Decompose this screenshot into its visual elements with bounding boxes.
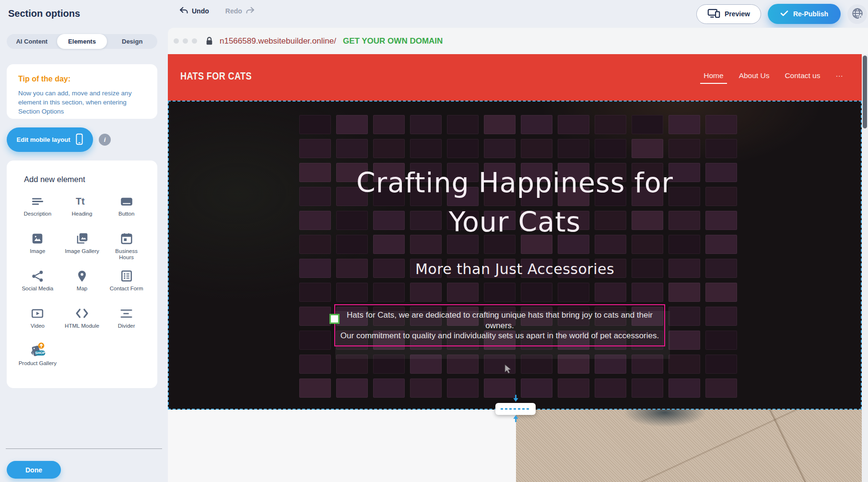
element-map[interactable]: Map	[60, 268, 105, 302]
element-contact-form[interactable]: Contact Form	[104, 268, 149, 302]
next-section-photo[interactable]	[516, 410, 862, 482]
hero-tile	[705, 331, 737, 350]
element-label: Business Hours	[107, 248, 146, 261]
nav-item-contactus[interactable]: Contact us	[785, 71, 820, 84]
hero-tile	[632, 139, 663, 158]
nav-item-aboutus[interactable]: About Us	[739, 71, 770, 84]
browser-dot	[183, 38, 188, 44]
element-html-module[interactable]: HTML Module	[60, 306, 105, 339]
hero-tile	[669, 283, 700, 302]
hero-section-selected[interactable]: Crafting Happiness for Your Cats More th…	[168, 101, 862, 410]
scrollbar-thumb[interactable]	[863, 56, 867, 128]
element-video[interactable]: Video	[15, 306, 60, 339]
hero-tile	[632, 115, 663, 134]
browser-dot	[192, 38, 197, 44]
element-product-gallery[interactable]: SHOPProduct Gallery	[15, 343, 60, 377]
description-icon	[31, 194, 44, 209]
hero-tile	[705, 283, 737, 302]
hero-tile	[669, 379, 700, 398]
hero-tile	[705, 139, 737, 158]
hero-tile	[595, 379, 626, 398]
hero-tile	[521, 115, 552, 134]
hero-tile	[705, 115, 737, 134]
hero-tile	[705, 355, 737, 374]
undo-button[interactable]: Undo	[179, 7, 209, 15]
element-label: Contact Form	[110, 286, 143, 292]
element-description[interactable]: Description	[15, 194, 60, 227]
element-label: Divider	[118, 323, 135, 329]
tab-ai-content[interactable]: AI Content	[7, 34, 57, 49]
add-new-element-card: Add new element DescriptionTtHeadingButt…	[7, 161, 157, 388]
tab-elements[interactable]: Elements	[57, 34, 107, 49]
sidebar-divider	[6, 448, 162, 449]
hero-tile	[373, 283, 405, 302]
product-gallery-icon: SHOP	[28, 343, 47, 358]
hero-tile	[669, 331, 700, 350]
selected-text-element[interactable]: Hats for Cats, we are dedicated to craft…	[334, 304, 665, 346]
hero-subtitle[interactable]: More than Just Accessories	[169, 261, 861, 277]
hero-tile	[632, 379, 663, 398]
viewport-scrollbar[interactable]	[862, 54, 868, 482]
hero-tile	[336, 379, 368, 398]
hero-title[interactable]: Crafting Happiness for Your Cats	[169, 163, 861, 241]
hero-tile	[299, 355, 331, 374]
browser-dots	[174, 38, 197, 44]
browser-dot	[174, 38, 179, 44]
element-button[interactable]: Button	[104, 194, 149, 227]
social-media-icon	[31, 268, 44, 284]
hero-tile	[705, 307, 737, 326]
hero-tile	[521, 283, 552, 302]
globe-icon	[851, 7, 864, 21]
image-icon	[31, 231, 44, 246]
edit-mobile-layout-button[interactable]: Edit mobile layout	[7, 127, 93, 152]
add-new-element-title: Add new element	[24, 175, 149, 184]
hero-tile	[705, 379, 737, 398]
resize-dashes	[501, 408, 530, 410]
hero-tile	[373, 379, 405, 398]
map-icon	[76, 268, 88, 284]
hero-tile	[447, 115, 479, 134]
element-heading[interactable]: TtHeading	[60, 194, 105, 227]
info-icon[interactable]: i	[99, 134, 111, 146]
preview-button[interactable]: Preview	[696, 4, 761, 24]
site-header[interactable]: HATS FOR CATS HomeAbout UsContact us···	[168, 54, 868, 101]
svg-text:Tt: Tt	[76, 196, 85, 207]
tip-of-the-day-card: Tip of the day: Now you can add, move an…	[7, 64, 157, 119]
republish-button[interactable]: Re-Publish	[768, 4, 841, 24]
element-drag-handle[interactable]	[329, 314, 340, 324]
redo-icon	[246, 7, 255, 15]
element-image-gallery[interactable]: Image Gallery	[60, 231, 105, 264]
html-module-icon	[75, 306, 89, 321]
resize-arrow-up-icon[interactable]	[513, 415, 519, 424]
topbar-actions: Preview Re-Publish	[696, 4, 860, 24]
section-resize-handle[interactable]	[495, 403, 536, 415]
element-image[interactable]: Image	[15, 231, 60, 264]
panel-title: Section options	[8, 8, 80, 19]
site-logo[interactable]: HATS FOR CATS	[180, 70, 252, 82]
hero-tile	[595, 139, 626, 158]
element-divider[interactable]: Divider	[104, 306, 149, 339]
hero-tile	[447, 379, 479, 398]
nav-item-home[interactable]: Home	[704, 71, 723, 84]
hero-tile	[299, 307, 331, 326]
get-your-own-domain-link[interactable]: GET YOUR OWN DOMAIN	[343, 36, 443, 46]
nav-item-[interactable]: ···	[836, 71, 844, 84]
element-social-media[interactable]: Social Media	[15, 268, 60, 302]
hero-paragraph[interactable]: Hats for Cats, we are dedicated to craft…	[335, 310, 664, 341]
language-globe-button[interactable]	[847, 4, 867, 24]
hero-tile	[447, 283, 479, 302]
done-button[interactable]: Done	[7, 461, 61, 479]
hero-tile	[558, 283, 589, 302]
hero-tile	[299, 331, 331, 350]
element-business-hours[interactable]: Business Hours	[104, 231, 149, 264]
tab-design[interactable]: Design	[107, 34, 157, 49]
site-url[interactable]: n1566589.websitebuilder.online/	[220, 36, 336, 46]
redo-button[interactable]: Redo	[225, 7, 255, 15]
element-label: Social Media	[22, 286, 53, 292]
element-label: Button	[118, 211, 134, 217]
hero-tile	[410, 379, 442, 398]
hero-tile	[595, 115, 626, 134]
undo-redo-group: Undo Redo	[179, 7, 255, 15]
hero-tile	[299, 379, 331, 398]
hero-tile	[521, 379, 552, 398]
